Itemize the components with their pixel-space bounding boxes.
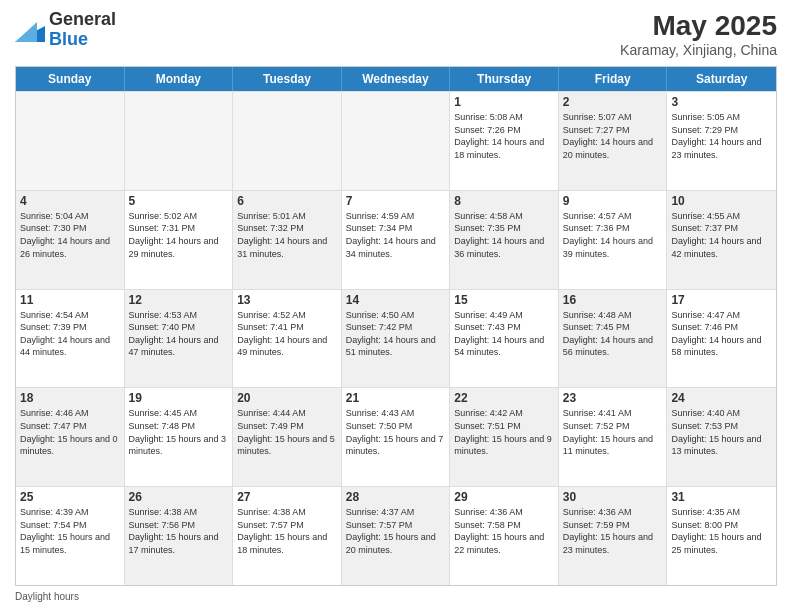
day-number: 24 (671, 391, 772, 405)
calendar-cell-24: 24Sunrise: 4:40 AM Sunset: 7:53 PM Dayli… (667, 388, 776, 486)
subtitle: Karamay, Xinjiang, China (620, 42, 777, 58)
calendar-cell-28: 28Sunrise: 4:37 AM Sunset: 7:57 PM Dayli… (342, 487, 451, 585)
cell-info: Sunrise: 4:41 AM Sunset: 7:52 PM Dayligh… (563, 407, 663, 457)
day-header-tuesday: Tuesday (233, 67, 342, 91)
day-number: 28 (346, 490, 446, 504)
day-number: 3 (671, 95, 772, 109)
cell-info: Sunrise: 4:36 AM Sunset: 7:59 PM Dayligh… (563, 506, 663, 556)
day-number: 13 (237, 293, 337, 307)
daylight-hours-label: Daylight hours (15, 591, 79, 602)
day-number: 18 (20, 391, 120, 405)
calendar-cell-11: 11Sunrise: 4:54 AM Sunset: 7:39 PM Dayli… (16, 290, 125, 388)
cell-info: Sunrise: 4:54 AM Sunset: 7:39 PM Dayligh… (20, 309, 120, 359)
calendar-row-3: 18Sunrise: 4:46 AM Sunset: 7:47 PM Dayli… (16, 387, 776, 486)
cell-info: Sunrise: 4:55 AM Sunset: 7:37 PM Dayligh… (671, 210, 772, 260)
day-header-thursday: Thursday (450, 67, 559, 91)
calendar-cell-23: 23Sunrise: 4:41 AM Sunset: 7:52 PM Dayli… (559, 388, 668, 486)
calendar-row-0: 1Sunrise: 5:08 AM Sunset: 7:26 PM Daylig… (16, 91, 776, 190)
cell-info: Sunrise: 4:57 AM Sunset: 7:36 PM Dayligh… (563, 210, 663, 260)
cell-info: Sunrise: 4:40 AM Sunset: 7:53 PM Dayligh… (671, 407, 772, 457)
logo: General Blue (15, 10, 116, 50)
calendar-cell-27: 27Sunrise: 4:38 AM Sunset: 7:57 PM Dayli… (233, 487, 342, 585)
day-number: 25 (20, 490, 120, 504)
cell-info: Sunrise: 4:49 AM Sunset: 7:43 PM Dayligh… (454, 309, 554, 359)
calendar-cell-9: 9Sunrise: 4:57 AM Sunset: 7:36 PM Daylig… (559, 191, 668, 289)
cell-info: Sunrise: 4:52 AM Sunset: 7:41 PM Dayligh… (237, 309, 337, 359)
header: General Blue May 2025 Karamay, Xinjiang,… (15, 10, 777, 58)
page: General Blue May 2025 Karamay, Xinjiang,… (0, 0, 792, 612)
calendar-cell-29: 29Sunrise: 4:36 AM Sunset: 7:58 PM Dayli… (450, 487, 559, 585)
cell-info: Sunrise: 4:58 AM Sunset: 7:35 PM Dayligh… (454, 210, 554, 260)
calendar-cell-14: 14Sunrise: 4:50 AM Sunset: 7:42 PM Dayli… (342, 290, 451, 388)
day-number: 15 (454, 293, 554, 307)
day-header-monday: Monday (125, 67, 234, 91)
logo-general-text: General (49, 9, 116, 29)
calendar-cell-empty-0-0 (16, 92, 125, 190)
day-number: 9 (563, 194, 663, 208)
day-number: 29 (454, 490, 554, 504)
day-number: 4 (20, 194, 120, 208)
day-header-sunday: Sunday (16, 67, 125, 91)
calendar-cell-2: 2Sunrise: 5:07 AM Sunset: 7:27 PM Daylig… (559, 92, 668, 190)
cell-info: Sunrise: 5:07 AM Sunset: 7:27 PM Dayligh… (563, 111, 663, 161)
cell-info: Sunrise: 4:45 AM Sunset: 7:48 PM Dayligh… (129, 407, 229, 457)
calendar-cell-empty-0-1 (125, 92, 234, 190)
calendar-row-4: 25Sunrise: 4:39 AM Sunset: 7:54 PM Dayli… (16, 486, 776, 585)
calendar-cell-5: 5Sunrise: 5:02 AM Sunset: 7:31 PM Daylig… (125, 191, 234, 289)
calendar-cell-12: 12Sunrise: 4:53 AM Sunset: 7:40 PM Dayli… (125, 290, 234, 388)
cell-info: Sunrise: 4:39 AM Sunset: 7:54 PM Dayligh… (20, 506, 120, 556)
cell-info: Sunrise: 4:44 AM Sunset: 7:49 PM Dayligh… (237, 407, 337, 457)
calendar-cell-6: 6Sunrise: 5:01 AM Sunset: 7:32 PM Daylig… (233, 191, 342, 289)
calendar-cell-empty-0-2 (233, 92, 342, 190)
cell-info: Sunrise: 5:02 AM Sunset: 7:31 PM Dayligh… (129, 210, 229, 260)
calendar-body: 1Sunrise: 5:08 AM Sunset: 7:26 PM Daylig… (16, 91, 776, 585)
day-number: 5 (129, 194, 229, 208)
day-number: 26 (129, 490, 229, 504)
day-number: 2 (563, 95, 663, 109)
calendar-row-2: 11Sunrise: 4:54 AM Sunset: 7:39 PM Dayli… (16, 289, 776, 388)
day-number: 23 (563, 391, 663, 405)
day-number: 11 (20, 293, 120, 307)
calendar-cell-21: 21Sunrise: 4:43 AM Sunset: 7:50 PM Dayli… (342, 388, 451, 486)
calendar-header: SundayMondayTuesdayWednesdayThursdayFrid… (16, 67, 776, 91)
calendar-cell-7: 7Sunrise: 4:59 AM Sunset: 7:34 PM Daylig… (342, 191, 451, 289)
day-number: 6 (237, 194, 337, 208)
cell-info: Sunrise: 4:47 AM Sunset: 7:46 PM Dayligh… (671, 309, 772, 359)
day-header-wednesday: Wednesday (342, 67, 451, 91)
day-number: 22 (454, 391, 554, 405)
day-number: 12 (129, 293, 229, 307)
cell-info: Sunrise: 4:37 AM Sunset: 7:57 PM Dayligh… (346, 506, 446, 556)
calendar-cell-4: 4Sunrise: 5:04 AM Sunset: 7:30 PM Daylig… (16, 191, 125, 289)
footer: Daylight hours (15, 591, 777, 602)
cell-info: Sunrise: 4:43 AM Sunset: 7:50 PM Dayligh… (346, 407, 446, 457)
svg-marker-1 (15, 22, 37, 42)
cell-info: Sunrise: 4:38 AM Sunset: 7:57 PM Dayligh… (237, 506, 337, 556)
calendar-cell-16: 16Sunrise: 4:48 AM Sunset: 7:45 PM Dayli… (559, 290, 668, 388)
calendar-cell-30: 30Sunrise: 4:36 AM Sunset: 7:59 PM Dayli… (559, 487, 668, 585)
cell-info: Sunrise: 4:36 AM Sunset: 7:58 PM Dayligh… (454, 506, 554, 556)
day-number: 27 (237, 490, 337, 504)
logo-blue-text: Blue (49, 29, 88, 49)
calendar-cell-3: 3Sunrise: 5:05 AM Sunset: 7:29 PM Daylig… (667, 92, 776, 190)
calendar-cell-25: 25Sunrise: 4:39 AM Sunset: 7:54 PM Dayli… (16, 487, 125, 585)
day-number: 19 (129, 391, 229, 405)
day-number: 31 (671, 490, 772, 504)
calendar-cell-empty-0-3 (342, 92, 451, 190)
calendar-cell-15: 15Sunrise: 4:49 AM Sunset: 7:43 PM Dayli… (450, 290, 559, 388)
calendar-cell-13: 13Sunrise: 4:52 AM Sunset: 7:41 PM Dayli… (233, 290, 342, 388)
calendar-cell-17: 17Sunrise: 4:47 AM Sunset: 7:46 PM Dayli… (667, 290, 776, 388)
cell-info: Sunrise: 4:59 AM Sunset: 7:34 PM Dayligh… (346, 210, 446, 260)
cell-info: Sunrise: 4:50 AM Sunset: 7:42 PM Dayligh… (346, 309, 446, 359)
cell-info: Sunrise: 4:42 AM Sunset: 7:51 PM Dayligh… (454, 407, 554, 457)
day-number: 1 (454, 95, 554, 109)
logo-icon (15, 18, 45, 42)
day-number: 21 (346, 391, 446, 405)
day-number: 8 (454, 194, 554, 208)
calendar-cell-1: 1Sunrise: 5:08 AM Sunset: 7:26 PM Daylig… (450, 92, 559, 190)
cell-info: Sunrise: 5:01 AM Sunset: 7:32 PM Dayligh… (237, 210, 337, 260)
day-header-saturday: Saturday (667, 67, 776, 91)
cell-info: Sunrise: 5:08 AM Sunset: 7:26 PM Dayligh… (454, 111, 554, 161)
calendar-row-1: 4Sunrise: 5:04 AM Sunset: 7:30 PM Daylig… (16, 190, 776, 289)
calendar-cell-20: 20Sunrise: 4:44 AM Sunset: 7:49 PM Dayli… (233, 388, 342, 486)
main-title: May 2025 (620, 10, 777, 42)
